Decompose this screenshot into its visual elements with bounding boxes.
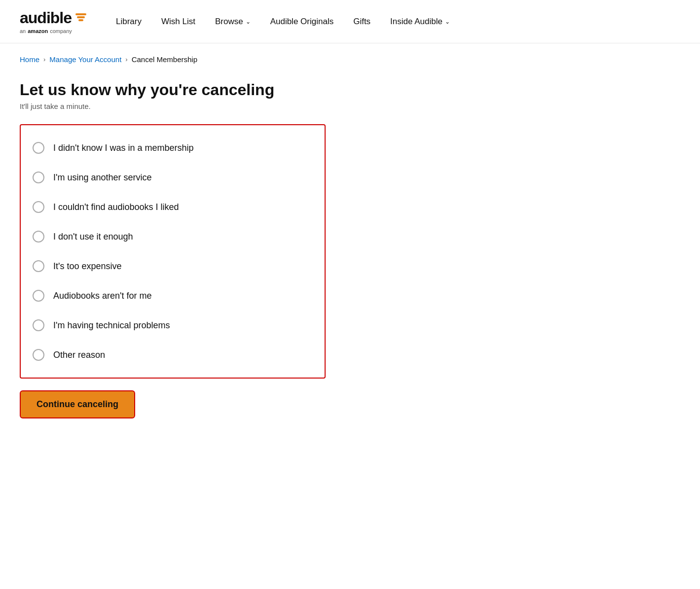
reason-radio-2[interactable] — [33, 172, 44, 183]
reason-option-5[interactable]: It's too expensive — [33, 251, 313, 281]
breadcrumb-sep-2: › — [125, 56, 127, 63]
reason-option-6[interactable]: Audiobooks aren't for me — [33, 281, 313, 311]
cancellation-reasons-group: I didn't know I was in a membership I'm … — [20, 124, 326, 379]
breadcrumb-manage-account[interactable]: Manage Your Account — [49, 55, 121, 64]
reason-radio-4[interactable] — [33, 231, 44, 243]
reason-radio-1[interactable] — [33, 142, 44, 154]
reason-label-7: I'm having technical problems — [53, 320, 170, 331]
reason-label-8: Other reason — [53, 350, 105, 360]
nav-wish-list[interactable]: Wish List — [161, 17, 195, 27]
reason-radio-3[interactable] — [33, 201, 44, 213]
page-subtitle: It'll just take a minute. — [20, 102, 326, 110]
reason-option-8[interactable]: Other reason — [33, 340, 313, 370]
reason-radio-5[interactable] — [33, 260, 44, 272]
logo: audible an amazon company — [20, 9, 86, 34]
reason-label-4: I don't use it enough — [53, 232, 133, 242]
reason-radio-7[interactable] — [33, 319, 44, 331]
reason-label-3: I couldn't find audiobooks I liked — [53, 202, 179, 212]
logo-signal-icon — [75, 13, 86, 21]
reason-option-4[interactable]: I don't use it enough — [33, 222, 313, 251]
logo-text: audible — [20, 9, 72, 27]
reason-label-2: I'm using another service — [53, 173, 152, 183]
main-nav: Library Wish List Browse ⌄ Audible Origi… — [116, 17, 680, 27]
continue-canceling-button[interactable]: Continue canceling — [20, 390, 135, 418]
reason-label-5: It's too expensive — [53, 261, 122, 272]
nav-inside-audible[interactable]: Inside Audible ⌄ — [390, 17, 450, 27]
reason-radio-6[interactable] — [33, 290, 44, 302]
reason-option-3[interactable]: I couldn't find audiobooks I liked — [33, 192, 313, 222]
nav-library[interactable]: Library — [116, 17, 142, 27]
browse-chevron-icon: ⌄ — [246, 18, 251, 25]
amazon-tagline: an amazon company — [20, 28, 86, 34]
nav-audible-originals[interactable]: Audible Originals — [270, 17, 334, 27]
reason-label-1: I didn't know I was in a membership — [53, 143, 194, 153]
nav-gifts[interactable]: Gifts — [353, 17, 370, 27]
breadcrumb: Home › Manage Your Account › Cancel Memb… — [0, 43, 700, 69]
breadcrumb-current: Cancel Membership — [132, 55, 197, 64]
site-header: audible an amazon company Library Wish L… — [0, 0, 700, 43]
reason-option-2[interactable]: I'm using another service — [33, 163, 313, 192]
inside-audible-chevron-icon: ⌄ — [445, 18, 450, 25]
reason-option-1[interactable]: I didn't know I was in a membership — [33, 133, 313, 163]
nav-browse[interactable]: Browse ⌄ — [215, 17, 251, 27]
reason-label-6: Audiobooks aren't for me — [53, 291, 152, 301]
reason-option-7[interactable]: I'm having technical problems — [33, 311, 313, 340]
breadcrumb-home[interactable]: Home — [20, 55, 39, 64]
page-title: Let us know why you're canceling — [20, 80, 326, 99]
reason-radio-8[interactable] — [33, 349, 44, 361]
main-content: Let us know why you're canceling It'll j… — [0, 69, 345, 448]
breadcrumb-sep-1: › — [43, 56, 45, 63]
amazon-brand: amazon — [28, 28, 48, 34]
